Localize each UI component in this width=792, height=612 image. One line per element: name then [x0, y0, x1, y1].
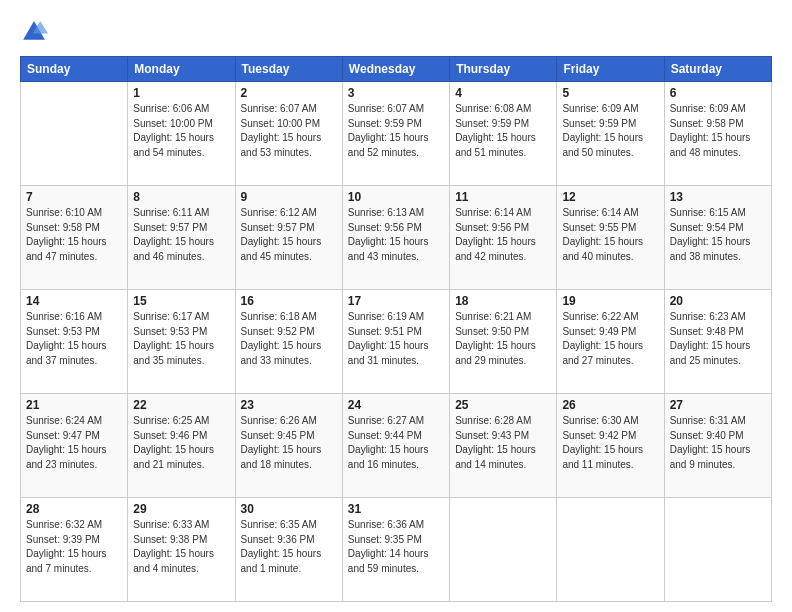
- day-info: Sunrise: 6:25 AM Sunset: 9:46 PM Dayligh…: [133, 414, 229, 472]
- logo-icon: [20, 18, 48, 46]
- calendar-cell: 2Sunrise: 6:07 AM Sunset: 10:00 PM Dayli…: [235, 82, 342, 186]
- calendar-cell: 3Sunrise: 6:07 AM Sunset: 9:59 PM Daylig…: [342, 82, 449, 186]
- day-number: 5: [562, 86, 658, 100]
- day-info: Sunrise: 6:22 AM Sunset: 9:49 PM Dayligh…: [562, 310, 658, 368]
- calendar-cell: 6Sunrise: 6:09 AM Sunset: 9:58 PM Daylig…: [664, 82, 771, 186]
- day-number: 7: [26, 190, 122, 204]
- calendar-cell: 27Sunrise: 6:31 AM Sunset: 9:40 PM Dayli…: [664, 394, 771, 498]
- day-number: 12: [562, 190, 658, 204]
- day-number: 13: [670, 190, 766, 204]
- calendar-cell: 22Sunrise: 6:25 AM Sunset: 9:46 PM Dayli…: [128, 394, 235, 498]
- day-number: 16: [241, 294, 337, 308]
- day-info: Sunrise: 6:31 AM Sunset: 9:40 PM Dayligh…: [670, 414, 766, 472]
- day-number: 18: [455, 294, 551, 308]
- day-number: 11: [455, 190, 551, 204]
- day-info: Sunrise: 6:36 AM Sunset: 9:35 PM Dayligh…: [348, 518, 444, 576]
- day-header-sunday: Sunday: [21, 57, 128, 82]
- day-info: Sunrise: 6:08 AM Sunset: 9:59 PM Dayligh…: [455, 102, 551, 160]
- day-number: 30: [241, 502, 337, 516]
- day-number: 10: [348, 190, 444, 204]
- day-header-saturday: Saturday: [664, 57, 771, 82]
- calendar-cell: 29Sunrise: 6:33 AM Sunset: 9:38 PM Dayli…: [128, 498, 235, 602]
- calendar-cell: 17Sunrise: 6:19 AM Sunset: 9:51 PM Dayli…: [342, 290, 449, 394]
- calendar-week-2: 7Sunrise: 6:10 AM Sunset: 9:58 PM Daylig…: [21, 186, 772, 290]
- day-info: Sunrise: 6:07 AM Sunset: 10:00 PM Daylig…: [241, 102, 337, 160]
- day-number: 31: [348, 502, 444, 516]
- calendar-cell: 7Sunrise: 6:10 AM Sunset: 9:58 PM Daylig…: [21, 186, 128, 290]
- day-header-friday: Friday: [557, 57, 664, 82]
- calendar-cell: 5Sunrise: 6:09 AM Sunset: 9:59 PM Daylig…: [557, 82, 664, 186]
- day-number: 4: [455, 86, 551, 100]
- day-header-monday: Monday: [128, 57, 235, 82]
- day-number: 19: [562, 294, 658, 308]
- day-info: Sunrise: 6:11 AM Sunset: 9:57 PM Dayligh…: [133, 206, 229, 264]
- day-info: Sunrise: 6:32 AM Sunset: 9:39 PM Dayligh…: [26, 518, 122, 576]
- calendar-week-5: 28Sunrise: 6:32 AM Sunset: 9:39 PM Dayli…: [21, 498, 772, 602]
- day-number: 2: [241, 86, 337, 100]
- day-info: Sunrise: 6:07 AM Sunset: 9:59 PM Dayligh…: [348, 102, 444, 160]
- day-info: Sunrise: 6:30 AM Sunset: 9:42 PM Dayligh…: [562, 414, 658, 472]
- day-number: 26: [562, 398, 658, 412]
- calendar-cell: 18Sunrise: 6:21 AM Sunset: 9:50 PM Dayli…: [450, 290, 557, 394]
- calendar-cell: [450, 498, 557, 602]
- calendar-cell: 14Sunrise: 6:16 AM Sunset: 9:53 PM Dayli…: [21, 290, 128, 394]
- day-info: Sunrise: 6:18 AM Sunset: 9:52 PM Dayligh…: [241, 310, 337, 368]
- day-info: Sunrise: 6:27 AM Sunset: 9:44 PM Dayligh…: [348, 414, 444, 472]
- day-number: 3: [348, 86, 444, 100]
- day-number: 25: [455, 398, 551, 412]
- calendar-week-3: 14Sunrise: 6:16 AM Sunset: 9:53 PM Dayli…: [21, 290, 772, 394]
- calendar-header-row: SundayMondayTuesdayWednesdayThursdayFrid…: [21, 57, 772, 82]
- calendar-cell: 4Sunrise: 6:08 AM Sunset: 9:59 PM Daylig…: [450, 82, 557, 186]
- calendar-cell: 8Sunrise: 6:11 AM Sunset: 9:57 PM Daylig…: [128, 186, 235, 290]
- page: SundayMondayTuesdayWednesdayThursdayFrid…: [0, 0, 792, 612]
- calendar-cell: [21, 82, 128, 186]
- day-header-wednesday: Wednesday: [342, 57, 449, 82]
- calendar-cell: 24Sunrise: 6:27 AM Sunset: 9:44 PM Dayli…: [342, 394, 449, 498]
- day-info: Sunrise: 6:16 AM Sunset: 9:53 PM Dayligh…: [26, 310, 122, 368]
- day-info: Sunrise: 6:13 AM Sunset: 9:56 PM Dayligh…: [348, 206, 444, 264]
- calendar-cell: 25Sunrise: 6:28 AM Sunset: 9:43 PM Dayli…: [450, 394, 557, 498]
- day-info: Sunrise: 6:33 AM Sunset: 9:38 PM Dayligh…: [133, 518, 229, 576]
- day-info: Sunrise: 6:28 AM Sunset: 9:43 PM Dayligh…: [455, 414, 551, 472]
- calendar-cell: 31Sunrise: 6:36 AM Sunset: 9:35 PM Dayli…: [342, 498, 449, 602]
- day-info: Sunrise: 6:26 AM Sunset: 9:45 PM Dayligh…: [241, 414, 337, 472]
- day-number: 22: [133, 398, 229, 412]
- day-number: 8: [133, 190, 229, 204]
- day-number: 29: [133, 502, 229, 516]
- day-info: Sunrise: 6:15 AM Sunset: 9:54 PM Dayligh…: [670, 206, 766, 264]
- day-number: 23: [241, 398, 337, 412]
- day-number: 27: [670, 398, 766, 412]
- day-info: Sunrise: 6:24 AM Sunset: 9:47 PM Dayligh…: [26, 414, 122, 472]
- calendar-cell: 12Sunrise: 6:14 AM Sunset: 9:55 PM Dayli…: [557, 186, 664, 290]
- calendar-cell: 28Sunrise: 6:32 AM Sunset: 9:39 PM Dayli…: [21, 498, 128, 602]
- day-number: 1: [133, 86, 229, 100]
- calendar-cell: 13Sunrise: 6:15 AM Sunset: 9:54 PM Dayli…: [664, 186, 771, 290]
- day-number: 21: [26, 398, 122, 412]
- day-info: Sunrise: 6:06 AM Sunset: 10:00 PM Daylig…: [133, 102, 229, 160]
- calendar-cell: 16Sunrise: 6:18 AM Sunset: 9:52 PM Dayli…: [235, 290, 342, 394]
- calendar-cell: [664, 498, 771, 602]
- day-header-tuesday: Tuesday: [235, 57, 342, 82]
- calendar-cell: 23Sunrise: 6:26 AM Sunset: 9:45 PM Dayli…: [235, 394, 342, 498]
- calendar-cell: 30Sunrise: 6:35 AM Sunset: 9:36 PM Dayli…: [235, 498, 342, 602]
- calendar-cell: 11Sunrise: 6:14 AM Sunset: 9:56 PM Dayli…: [450, 186, 557, 290]
- day-info: Sunrise: 6:09 AM Sunset: 9:58 PM Dayligh…: [670, 102, 766, 160]
- day-info: Sunrise: 6:12 AM Sunset: 9:57 PM Dayligh…: [241, 206, 337, 264]
- day-info: Sunrise: 6:14 AM Sunset: 9:55 PM Dayligh…: [562, 206, 658, 264]
- day-number: 24: [348, 398, 444, 412]
- calendar-cell: 10Sunrise: 6:13 AM Sunset: 9:56 PM Dayli…: [342, 186, 449, 290]
- calendar-cell: 20Sunrise: 6:23 AM Sunset: 9:48 PM Dayli…: [664, 290, 771, 394]
- calendar-week-4: 21Sunrise: 6:24 AM Sunset: 9:47 PM Dayli…: [21, 394, 772, 498]
- day-info: Sunrise: 6:17 AM Sunset: 9:53 PM Dayligh…: [133, 310, 229, 368]
- day-number: 15: [133, 294, 229, 308]
- calendar-week-1: 1Sunrise: 6:06 AM Sunset: 10:00 PM Dayli…: [21, 82, 772, 186]
- calendar-cell: 1Sunrise: 6:06 AM Sunset: 10:00 PM Dayli…: [128, 82, 235, 186]
- day-info: Sunrise: 6:14 AM Sunset: 9:56 PM Dayligh…: [455, 206, 551, 264]
- day-number: 6: [670, 86, 766, 100]
- day-info: Sunrise: 6:35 AM Sunset: 9:36 PM Dayligh…: [241, 518, 337, 576]
- calendar-cell: 9Sunrise: 6:12 AM Sunset: 9:57 PM Daylig…: [235, 186, 342, 290]
- day-number: 20: [670, 294, 766, 308]
- calendar-cell: 26Sunrise: 6:30 AM Sunset: 9:42 PM Dayli…: [557, 394, 664, 498]
- day-info: Sunrise: 6:09 AM Sunset: 9:59 PM Dayligh…: [562, 102, 658, 160]
- day-number: 14: [26, 294, 122, 308]
